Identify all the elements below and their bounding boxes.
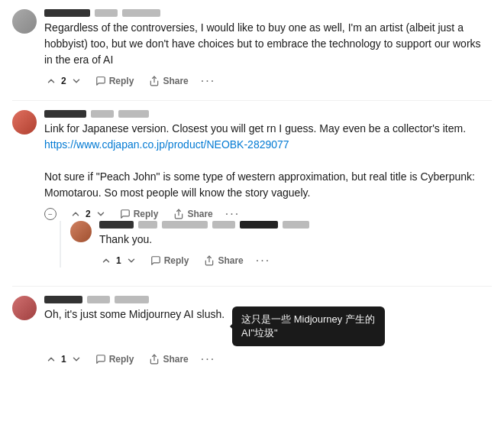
comment-text: Regardless of the controversies, I would…	[44, 20, 492, 68]
reply-label: Reply	[109, 354, 134, 365]
collapse-button[interactable]: −	[44, 208, 57, 220]
username-block	[118, 110, 149, 118]
comment-text: Link for Japanese version. Closest you w…	[44, 121, 492, 201]
avatar	[12, 110, 37, 135]
avatar	[70, 221, 92, 242]
vote-count: 1	[116, 255, 121, 266]
vote-count: 2	[86, 209, 91, 219]
comment-3: Oh, it's just some Midjourney AI slush. …	[12, 296, 492, 366]
comment-actions: 1 Reply Share	[99, 254, 492, 268]
reply-label: Reply	[109, 76, 134, 86]
username-row	[44, 9, 492, 17]
reply-button[interactable]: Reply	[92, 74, 137, 88]
username-row	[44, 110, 492, 118]
username-block	[138, 221, 157, 229]
comment-body: Regardless of the controversies, I would…	[44, 9, 492, 88]
comment-body: Oh, it's just some Midjourney AI slush. …	[44, 296, 492, 366]
comment-text: Oh, it's just some Midjourney AI slush. …	[44, 306, 492, 346]
vote-row: 1	[99, 254, 138, 268]
share-button[interactable]: Share	[201, 254, 246, 268]
reply-label: Reply	[134, 209, 159, 219]
username-row	[99, 221, 492, 229]
downvote-button[interactable]	[124, 254, 138, 268]
username-block	[91, 110, 114, 118]
username-block	[44, 110, 86, 118]
divider	[12, 100, 492, 101]
comment-text: Thank you.	[99, 232, 492, 248]
downvote-button[interactable]	[69, 352, 83, 366]
more-options-button[interactable]: ···	[256, 254, 270, 268]
avatar	[12, 296, 37, 320]
tooltip-bubble: 这只是一些 Midjourney 产生的AI"垃圾"	[232, 306, 385, 346]
share-button[interactable]: Share	[146, 352, 191, 366]
username-block	[240, 221, 278, 229]
username-block	[87, 296, 110, 303]
username-block	[44, 9, 90, 17]
comment-actions: 1 Reply Share ···	[44, 352, 492, 366]
reply-button[interactable]: Reply	[147, 254, 192, 268]
vote-row: 2	[69, 207, 108, 221]
username-block	[115, 296, 149, 303]
reply-button[interactable]: Reply	[117, 207, 162, 221]
username-block	[283, 221, 309, 229]
username-block	[95, 9, 118, 17]
more-options-button[interactable]: ···	[225, 207, 240, 221]
vote-row: 1	[44, 352, 83, 366]
comment-2: Link for Japanese version. Closest you w…	[12, 110, 492, 274]
downvote-button[interactable]	[69, 74, 83, 88]
avatar	[12, 9, 37, 34]
share-label: Share	[187, 209, 212, 219]
share-button[interactable]: Share	[146, 74, 191, 88]
username-block	[162, 221, 208, 229]
reply-label: Reply	[164, 255, 189, 266]
comment-1: Regardless of the controversies, I would…	[12, 9, 492, 88]
comment-main-text: Oh, it's just some Midjourney AI slush.	[44, 306, 225, 323]
comment-body: Link for Japanese version. Closest you w…	[44, 110, 492, 274]
reply-button[interactable]: Reply	[92, 352, 137, 366]
share-button[interactable]: Share	[170, 207, 215, 221]
username-block	[212, 221, 235, 229]
more-options-button[interactable]: ···	[201, 74, 215, 88]
japanese-link[interactable]: https://www.cdjapan.co.jp/product/NEOBK-…	[44, 138, 289, 151]
more-options-button[interactable]: ···	[201, 352, 215, 366]
comment-thread: Regardless of the controversies, I would…	[0, 0, 504, 387]
nested-comment: Thank you. 1	[60, 221, 492, 268]
share-label: Share	[218, 255, 243, 266]
comment-actions: 2 Reply Share ···	[44, 74, 492, 88]
comment-actions: − 2 Reply Share	[44, 207, 492, 221]
upvote-button[interactable]	[69, 207, 82, 221]
vote-row: 2	[44, 74, 83, 88]
share-label: Share	[163, 354, 188, 365]
upvote-button[interactable]	[44, 74, 58, 88]
downvote-button[interactable]	[94, 207, 108, 221]
nested-comment-item: Thank you. 1	[70, 221, 492, 268]
upvote-button[interactable]	[99, 254, 113, 268]
tooltip-content: 这只是一些 Midjourney 产生的AI"垃圾"	[232, 306, 385, 346]
username-row	[44, 296, 492, 303]
username-block	[44, 296, 82, 303]
username-block	[122, 9, 160, 17]
username-block	[99, 221, 134, 229]
comment-body: Thank you. 1	[99, 221, 492, 268]
upvote-button[interactable]	[44, 352, 58, 366]
share-label: Share	[163, 76, 188, 86]
vote-count: 1	[61, 354, 66, 365]
vote-count: 2	[61, 76, 66, 86]
divider	[12, 286, 492, 287]
